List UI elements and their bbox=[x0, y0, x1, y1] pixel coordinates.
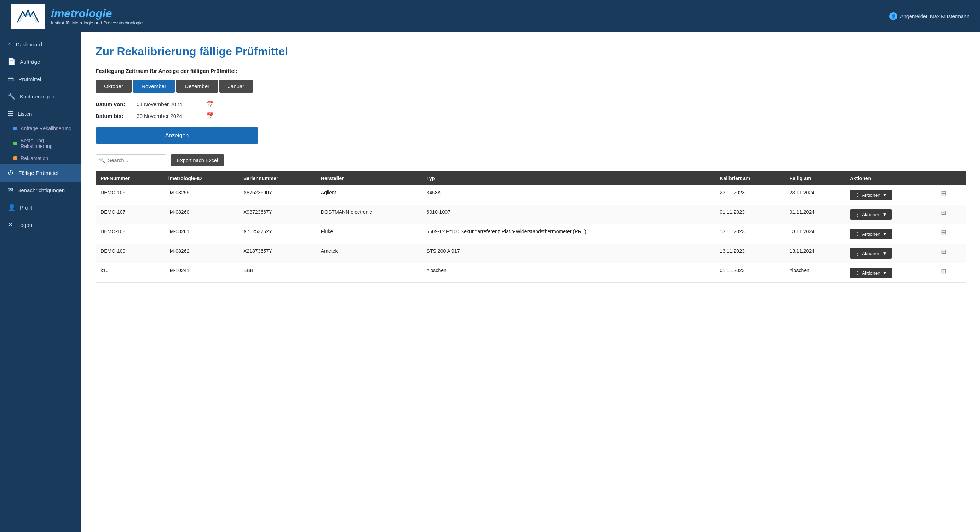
filter-label: Festlegung Zeitraum für Anzeige der fäll… bbox=[95, 68, 966, 74]
cell-faellig-am: 13.11.2024 bbox=[785, 244, 845, 263]
sidebar-label-benachrichtigungen: Benachrichtigungen bbox=[18, 187, 65, 193]
cell-seriennummer: X87623690Y bbox=[239, 185, 316, 205]
sidebar-label-listen: Listen bbox=[18, 111, 32, 117]
sidebar-label-dashboard: Dashboard bbox=[16, 41, 42, 48]
cell-im-id: IM-08259 bbox=[164, 185, 239, 205]
kebab-icon: ⋮ bbox=[855, 270, 860, 276]
anzeigen-button[interactable]: Anzeigen bbox=[95, 127, 258, 144]
cell-seriennummer: X98723667Y bbox=[239, 205, 316, 225]
cell-grid: ⊞ bbox=[935, 225, 966, 244]
kalibrierungen-icon: 🔧 bbox=[8, 93, 16, 100]
sidebar-item-dashboard[interactable]: ⌂ Dashboard bbox=[0, 36, 81, 53]
sidebar-label-reklamation: Reklamation bbox=[21, 155, 48, 161]
cell-im-id: IM-08260 bbox=[164, 205, 239, 225]
cell-typ: 3458A bbox=[422, 185, 715, 205]
cell-grid: ⊞ bbox=[935, 205, 966, 225]
table-row: DEMO-107 IM-08260 X98723667Y DOSTMANN el… bbox=[95, 205, 966, 225]
sidebar-item-logout[interactable]: ✕ Logout bbox=[0, 216, 81, 234]
month-btn-januar[interactable]: Januar bbox=[220, 80, 253, 93]
table-row: DEMO-108 IM-08261 X76253762Y Fluke 5609-… bbox=[95, 225, 966, 244]
datum-von-row: Datum von: 01 November 2024 📅 bbox=[95, 100, 966, 108]
cell-im-id: IM-08262 bbox=[164, 244, 239, 263]
export-button[interactable]: Export nach Excel bbox=[170, 155, 224, 166]
kebab-icon: ⋮ bbox=[855, 251, 860, 256]
main-content: Zur Rekalibrierung fällige Prüfmittel Fe… bbox=[81, 32, 980, 532]
pruefmittel-icon: 🗃 bbox=[8, 75, 14, 83]
cell-kalibriert-am: 23.11.2023 bbox=[715, 185, 784, 205]
cell-kalibriert-am: 01.11.2023 bbox=[715, 263, 784, 283]
col-seriennummer: Seriennummer bbox=[239, 171, 316, 185]
chevron-down-icon: ▼ bbox=[883, 271, 887, 276]
grid-icon[interactable]: ⊞ bbox=[940, 227, 948, 237]
search-wrapper: 🔍 bbox=[95, 155, 166, 166]
sidebar-item-benachrichtigungen[interactable]: ✉ Benachrichtigungen bbox=[0, 182, 81, 199]
cell-pm-nummer: k10 bbox=[95, 263, 164, 283]
user-info: 👤 Angemeldet: Max Mustermann bbox=[889, 13, 969, 20]
col-im-id: imetrologie-ID bbox=[164, 171, 239, 185]
dot-orange-icon bbox=[13, 156, 17, 160]
sidebar-label-logout: Logout bbox=[18, 222, 33, 228]
calendar-von-icon[interactable]: 📅 bbox=[206, 100, 214, 108]
calendar-bis-icon[interactable]: 📅 bbox=[206, 112, 214, 119]
cell-pm-nummer: DEMO-106 bbox=[95, 185, 164, 205]
sidebar-item-reklamation[interactable]: Reklamation bbox=[13, 152, 81, 164]
sidebar-item-auftraege[interactable]: 📄 Aufträge bbox=[0, 53, 81, 70]
data-table: PM-Nummer imetrologie-ID Seriennummer He… bbox=[95, 171, 966, 283]
aktionen-button-0[interactable]: ⋮ Aktionen ▼ bbox=[850, 190, 892, 200]
cell-pm-nummer: DEMO-107 bbox=[95, 205, 164, 225]
dot-blue-icon bbox=[13, 127, 17, 130]
grid-icon[interactable]: ⊞ bbox=[940, 188, 948, 198]
logout-icon: ✕ bbox=[8, 221, 13, 229]
user-label: Angemeldet: Max Mustermann bbox=[900, 13, 969, 19]
month-btn-oktober[interactable]: Oktober bbox=[95, 80, 132, 93]
sidebar-label-bestellung: Bestellung Rekalibrierung bbox=[21, 138, 76, 149]
grid-icon[interactable]: ⊞ bbox=[940, 247, 948, 256]
month-btn-dezember[interactable]: Dezember bbox=[176, 80, 218, 93]
col-faellig-am: Fällig am bbox=[785, 171, 845, 185]
table-row: DEMO-106 IM-08259 X87623690Y Agilent 345… bbox=[95, 185, 966, 205]
aktionen-button-3[interactable]: ⋮ Aktionen ▼ bbox=[850, 248, 892, 259]
cell-typ: 6010-1007 bbox=[422, 205, 715, 225]
cell-im-id: IM-10241 bbox=[164, 263, 239, 283]
search-input[interactable] bbox=[95, 155, 166, 166]
aktionen-button-1[interactable]: ⋮ Aktionen ▼ bbox=[850, 209, 892, 220]
month-buttons: Oktober November Dezember Januar bbox=[95, 80, 966, 93]
col-aktionen: Aktionen bbox=[845, 171, 935, 185]
cell-im-id: IM-08261 bbox=[164, 225, 239, 244]
sidebar-item-pruefmittel[interactable]: 🗃 Prüfmittel bbox=[0, 70, 81, 88]
datum-von-value: 01 November 2024 bbox=[137, 101, 200, 107]
sidebar-item-faellige-pruefmittel[interactable]: ⏱ Fällige Prüfmittel bbox=[0, 164, 81, 182]
sidebar-item-kalibrierungen[interactable]: 🔧 Kalibrierungen bbox=[0, 88, 81, 105]
sidebar-item-bestellung-rekalibrierung[interactable]: Bestellung Rekalibrierung bbox=[13, 134, 81, 152]
sidebar-item-profil[interactable]: 👤 Profil bbox=[0, 199, 81, 216]
col-hersteller: Hersteller bbox=[316, 171, 422, 185]
cell-hersteller: Agilent bbox=[316, 185, 422, 205]
sidebar-label-anfrage: Anfrage Rekalibrierung bbox=[21, 126, 72, 131]
chevron-down-icon: ▼ bbox=[883, 231, 887, 236]
cell-aktionen: ⋮ Aktionen ▼ bbox=[845, 225, 935, 244]
cell-faellig-am: 23.11.2024 bbox=[785, 185, 845, 205]
grid-icon[interactable]: ⊞ bbox=[940, 208, 948, 218]
cell-typ: #löschen bbox=[422, 263, 715, 283]
faellige-icon: ⏱ bbox=[8, 169, 14, 177]
aktionen-button-2[interactable]: ⋮ Aktionen ▼ bbox=[850, 229, 892, 239]
table-body: DEMO-106 IM-08259 X87623690Y Agilent 345… bbox=[95, 185, 966, 283]
cell-seriennummer: X76253762Y bbox=[239, 225, 316, 244]
dot-green-icon bbox=[13, 142, 17, 145]
grid-icon[interactable]: ⊞ bbox=[940, 266, 948, 276]
sidebar-label-profil: Profil bbox=[20, 205, 32, 210]
month-btn-november[interactable]: November bbox=[133, 80, 175, 93]
logo-text: imetrologie Institut für Metrologie und … bbox=[51, 7, 143, 25]
main-layout: ⌂ Dashboard 📄 Aufträge 🗃 Prüfmittel 🔧 Ka… bbox=[0, 32, 980, 532]
datum-bis-value: 30 November 2024 bbox=[137, 113, 200, 119]
sidebar-item-listen[interactable]: ☰ Listen bbox=[0, 105, 81, 123]
aktionen-button-4[interactable]: ⋮ Aktionen ▼ bbox=[850, 268, 892, 278]
cell-aktionen: ⋮ Aktionen ▼ bbox=[845, 205, 935, 225]
sidebar-item-anfrage-rekalibrierung[interactable]: Anfrage Rekalibrierung bbox=[13, 123, 81, 134]
col-typ: Typ bbox=[422, 171, 715, 185]
sidebar-label-auftraege: Aufträge bbox=[20, 59, 40, 65]
cell-aktionen: ⋮ Aktionen ▼ bbox=[845, 185, 935, 205]
col-extra bbox=[935, 171, 966, 185]
datum-bis-label: Datum bis: bbox=[95, 113, 131, 119]
logo-area: imetrologie Institut für Metrologie und … bbox=[11, 3, 143, 29]
